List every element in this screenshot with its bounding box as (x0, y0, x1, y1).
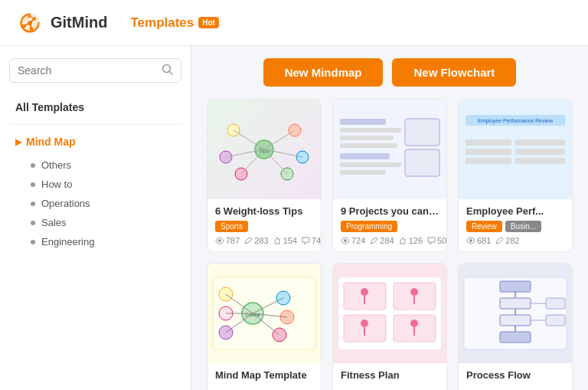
tag-programming: Programming (341, 221, 397, 232)
views-count-2: 724 (351, 236, 365, 245)
card-info-mindmap-4: Mind Map Template (207, 363, 321, 390)
edit-icon-2 (370, 237, 378, 245)
card-thumbnail-flowchart-1 (459, 264, 572, 363)
new-mindmap-button[interactable]: New Mindmap (263, 58, 384, 87)
stat-likes-2: 126 (399, 236, 423, 245)
comments-count-2: 50 (437, 236, 446, 245)
card-thumbnail-weight-loss: Tips (207, 100, 321, 199)
card-tags-employee-perf: Review Busin... (466, 221, 564, 232)
svg-point-21 (218, 239, 221, 242)
svg-rect-27 (340, 162, 401, 167)
nav-templates[interactable]: Templates Hot (130, 15, 219, 31)
template-card-weight-loss[interactable]: Tips (207, 99, 322, 252)
svg-rect-26 (340, 153, 390, 159)
card-info-weight-loss: 6 Weight-loss Tips Sports 787 283 (207, 199, 321, 251)
card-thumbnail-projects (333, 100, 446, 199)
svg-rect-24 (340, 136, 394, 140)
views-count: 787 (226, 236, 240, 245)
svg-rect-73 (500, 281, 531, 292)
sidebar-item-others[interactable]: Others (24, 156, 181, 175)
svg-rect-41 (515, 158, 565, 164)
hot-badge: Hot (198, 17, 219, 28)
stat-comments-2: 50 (427, 236, 446, 245)
sidebar-item-engineering-label: Engineering (41, 236, 94, 247)
comment-icon (302, 237, 310, 245)
card-thumbnail-fitness (333, 264, 446, 363)
sidebar-item-sales-label: Sales (41, 217, 67, 228)
card-thumbnail-employee-perf: Employee Performance Review (459, 100, 572, 199)
sidebar-item-sales[interactable]: Sales (24, 213, 181, 232)
svg-rect-77 (500, 315, 531, 326)
thumb-mindmap-graphic-1: Tips (207, 100, 321, 199)
sidebar-item-how-to[interactable]: How to (24, 175, 181, 194)
tag-business: Busin... (505, 221, 541, 232)
sidebar-item-engineering[interactable]: Engineering (24, 232, 181, 251)
thumb-mindmap-graphic-4: Central (207, 264, 321, 363)
search-input[interactable] (18, 64, 157, 77)
tag-review: Review (466, 221, 502, 232)
sidebar-item-all-templates[interactable]: All Templates (9, 97, 181, 118)
thumb-mindmap-graphic-6 (459, 264, 572, 363)
card-info-fitness: Fitness Plan (333, 363, 446, 390)
stat-views: 787 (215, 236, 240, 245)
svg-rect-25 (340, 143, 397, 148)
svg-point-3 (32, 16, 36, 20)
svg-rect-37 (466, 149, 511, 155)
action-buttons: New Mindmap New Flowchart (207, 58, 573, 87)
svg-rect-75 (500, 298, 531, 309)
stat-likes: 154 (273, 236, 297, 245)
svg-rect-23 (340, 128, 401, 133)
svg-line-10 (234, 130, 264, 149)
svg-point-5 (30, 27, 34, 31)
card-title-fitness: Fitness Plan (341, 369, 439, 381)
svg-rect-34 (466, 129, 511, 136)
search-box[interactable] (9, 58, 181, 83)
edit-icon (244, 237, 253, 245)
svg-rect-39 (515, 139, 565, 146)
sidebar: All Templates ▶ Mind Map Others How to O… (0, 46, 191, 390)
sidebar-divider (9, 124, 181, 125)
eye-icon-3 (466, 236, 475, 245)
svg-text:Employee Performance Review: Employee Performance Review (478, 118, 554, 124)
template-card-projects[interactable]: 9 Projects you can ... Programming 724 2… (332, 99, 447, 252)
sidebar-sub-items: Others How to Operations Sales Engineeri… (9, 156, 181, 251)
new-flowchart-button[interactable]: New Flowchart (392, 58, 516, 87)
sidebar-item-how-to-label: How to (41, 179, 72, 190)
thumb-mindmap-graphic-3: Employee Performance Review (459, 100, 572, 199)
svg-point-66 (410, 288, 418, 296)
logo-text: GitMind (51, 14, 107, 31)
svg-rect-28 (340, 170, 386, 175)
sidebar-item-operations-label: Operations (41, 198, 90, 209)
stat-comments: 74 (302, 236, 321, 245)
svg-rect-40 (515, 149, 565, 155)
comment-icon-2 (427, 237, 436, 245)
svg-rect-38 (466, 158, 511, 164)
likes-count: 154 (283, 236, 297, 245)
sidebar-item-operations[interactable]: Operations (24, 194, 181, 213)
svg-rect-42 (466, 169, 565, 182)
template-card-employee-perf[interactable]: Employee Performance Review (458, 99, 573, 252)
operations-dot-icon (31, 202, 35, 206)
eye-icon-2 (341, 236, 350, 245)
template-card-mindmap-4[interactable]: Central (207, 263, 322, 390)
svg-rect-22 (340, 119, 386, 125)
nav-templates-label: Templates (130, 15, 194, 31)
thumb-mindmap-graphic-5 (333, 264, 446, 363)
svg-point-31 (344, 239, 347, 242)
engineering-dot-icon (31, 240, 35, 244)
sidebar-item-others-label: Others (41, 159, 71, 171)
svg-rect-35 (515, 129, 565, 136)
card-info-employee-perf: Employee Perf... Review Busin... 681 282 (459, 199, 572, 251)
card-title-projects: 9 Projects you can ... (341, 205, 439, 217)
edits-count: 283 (254, 236, 268, 245)
content-area: New Mindmap New Flowchart Tips (191, 46, 588, 390)
svg-point-68 (361, 320, 368, 327)
template-card-flowchart-1[interactable]: Process Flow (458, 263, 573, 390)
card-stats-employee-perf: 681 282 (466, 236, 564, 245)
svg-point-43 (469, 239, 472, 242)
card-title-flowchart-1: Process Flow (466, 369, 564, 381)
template-card-fitness[interactable]: Fitness Plan (332, 263, 447, 390)
sidebar-item-mind-map[interactable]: ▶ Mind Map (9, 131, 181, 152)
stat-edits-3: 282 (495, 236, 519, 245)
card-title-mindmap-4: Mind Map Template (215, 369, 313, 381)
